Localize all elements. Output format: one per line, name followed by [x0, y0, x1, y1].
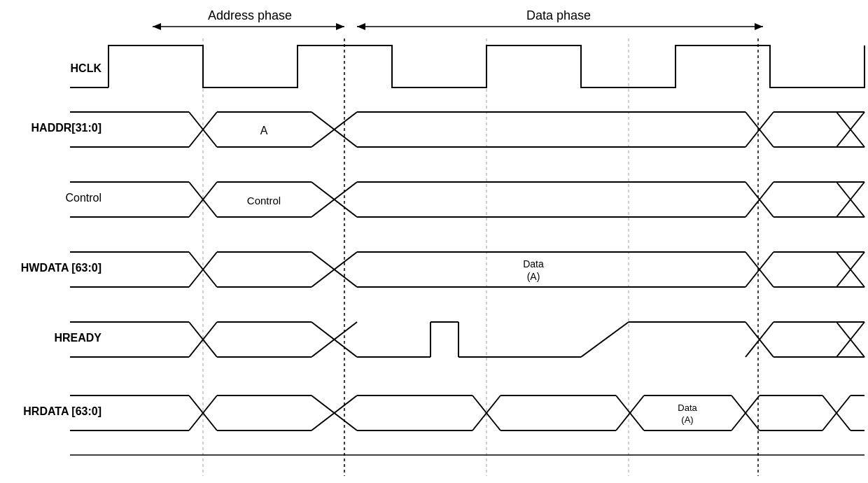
haddr-value: A: [260, 125, 268, 136]
haddr-label: HADDR[31:0]: [31, 122, 102, 134]
hwdata-label: HWDATA [63:0]: [21, 262, 102, 274]
hrdata-value-line1: Data: [678, 402, 697, 413]
data-phase-label: Data phase: [526, 8, 591, 22]
hwdata-value-line2: (A): [527, 271, 540, 282]
hrdata-value-line2: (A): [681, 414, 693, 425]
hready-label: HREADY: [54, 332, 102, 344]
hclk-label: HCLK: [71, 62, 102, 74]
control-label: Control: [65, 192, 102, 204]
control-value: Control: [247, 195, 281, 206]
timing-diagram: Address phase Data phase HCLK HADDR[31:0…: [0, 0, 868, 483]
svg-rect-0: [0, 0, 868, 483]
hwdata-value-line1: Data: [523, 258, 544, 270]
hrdata-label: HRDATA [63:0]: [23, 405, 102, 417]
address-phase-label: Address phase: [208, 8, 292, 22]
